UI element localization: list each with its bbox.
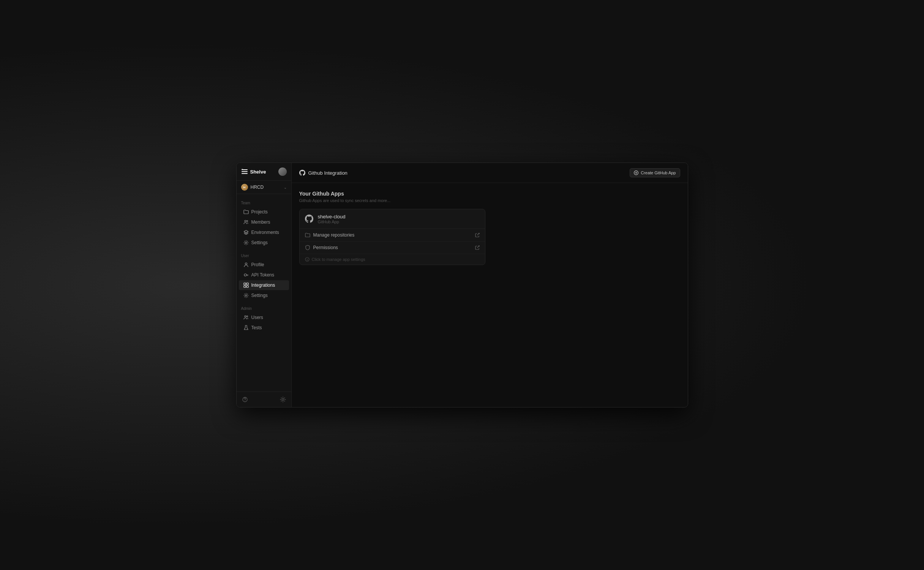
page-title: Github Integration [308,170,347,176]
manage-repos-label: Manage repositories [313,232,355,238]
folder-item-icon [305,232,310,238]
settings-footer-icon[interactable] [279,396,287,403]
sidebar-item-tests[interactable]: Tests [239,323,289,333]
info-icon [305,257,310,262]
sidebar: Shelve H HRCD ⌄ Team Projects [237,163,292,407]
github-icon-header [299,170,305,176]
help-icon[interactable] [241,396,249,403]
sidebar-item-members[interactable]: Members [239,217,289,227]
settings-icon [243,240,249,245]
svg-point-10 [245,295,247,296]
avatar [278,167,287,176]
workspace-selector[interactable]: H HRCD ⌄ [237,181,291,194]
external-link-icon-repos [475,233,480,237]
create-github-app-button[interactable]: Create GitHub App [630,168,680,177]
sidebar-item-projects[interactable]: Projects [239,207,289,217]
flask-icon [243,325,249,330]
key-icon [243,272,249,278]
svg-point-17 [307,258,307,259]
section-title: Your Github Apps [299,191,680,197]
svg-point-12 [246,316,248,317]
page-body: Your Github Apps Github Apps are used to… [292,183,688,407]
sidebar-footer [237,392,291,407]
app-name: shelve-cloud [318,214,346,219]
external-link-icon-perms [475,245,480,250]
team-settings-label: Settings [251,240,268,245]
sidebar-item-user-settings[interactable]: Settings [239,291,289,300]
workspace-info: H HRCD [241,184,264,191]
layers-icon [243,230,249,235]
page-header-left: Github Integration [299,170,347,176]
app-github-icon [305,215,314,224]
svg-point-14 [245,401,245,401]
app-info: shelve-cloud GitHub App [318,214,346,224]
app-title: Shelve [250,169,266,175]
team-section-label: Team [237,198,291,207]
sidebar-item-integrations[interactable]: Integrations [239,280,289,290]
shelve-logo-icon [241,168,248,175]
profile-label: Profile [251,262,264,267]
workspace-logo: H [241,184,248,191]
integrations-label: Integrations [251,283,275,288]
svg-rect-0 [242,169,243,170]
svg-rect-8 [244,286,246,287]
user-settings-icon [243,293,249,298]
environments-label: Environments [251,230,279,235]
workspace-name: HRCD [251,185,264,190]
svg-point-1 [245,220,246,222]
user-icon [243,262,249,267]
permissions-left: Permissions [305,245,338,250]
svg-rect-6 [244,283,246,285]
sidebar-header: Shelve [237,163,291,181]
github-app-card: shelve-cloud GitHub App Manage repositor… [299,209,485,265]
user-settings-label: Settings [251,293,268,298]
admin-section-label: Admin [237,303,291,312]
users-admin-icon [243,315,249,320]
svg-point-11 [245,316,246,317]
app-window: Shelve H HRCD ⌄ Team Projects [236,163,688,407]
svg-rect-9 [246,286,248,287]
projects-label: Projects [251,209,268,215]
svg-rect-7 [246,283,248,285]
sidebar-logo: Shelve [241,168,266,175]
main-content: Github Integration Create GitHub App You… [292,163,688,407]
user-section-label: User [237,251,291,259]
app-card-footer: Click to manage app settings [300,254,485,265]
members-label: Members [251,219,270,225]
shield-item-icon [305,245,310,250]
manage-repos-left: Manage repositories [305,232,355,238]
grid-icon [243,283,249,288]
svg-point-4 [245,263,247,265]
tests-label: Tests [251,325,262,330]
sidebar-nav: Team Projects Me [237,194,291,392]
svg-point-15 [282,399,284,401]
page-header: Github Integration Create GitHub App [292,163,688,183]
app-type: GitHub App [318,219,346,224]
sidebar-item-environments[interactable]: Environments [239,227,289,237]
app-card-header: shelve-cloud GitHub App [300,209,485,229]
sidebar-item-team-settings[interactable]: Settings [239,238,289,248]
users-icon [243,219,249,225]
manage-repos-item[interactable]: Manage repositories [300,229,485,242]
sidebar-item-api-tokens[interactable]: API Tokens [239,270,289,280]
api-tokens-label: API Tokens [251,272,274,278]
svg-point-2 [246,221,248,222]
create-btn-label: Create GitHub App [641,171,676,175]
permissions-item[interactable]: Permissions [300,242,485,254]
permissions-label: Permissions [313,245,338,250]
folder-icon [243,209,249,215]
sidebar-item-users[interactable]: Users [239,313,289,322]
chevron-down-icon: ⌄ [284,185,287,189]
sidebar-item-profile[interactable]: Profile [239,260,289,270]
section-desc: Github Apps are used to sync secrets and… [299,198,680,203]
users-label: Users [251,315,263,320]
footer-text: Click to manage app settings [312,257,365,262]
svg-point-3 [245,242,247,243]
